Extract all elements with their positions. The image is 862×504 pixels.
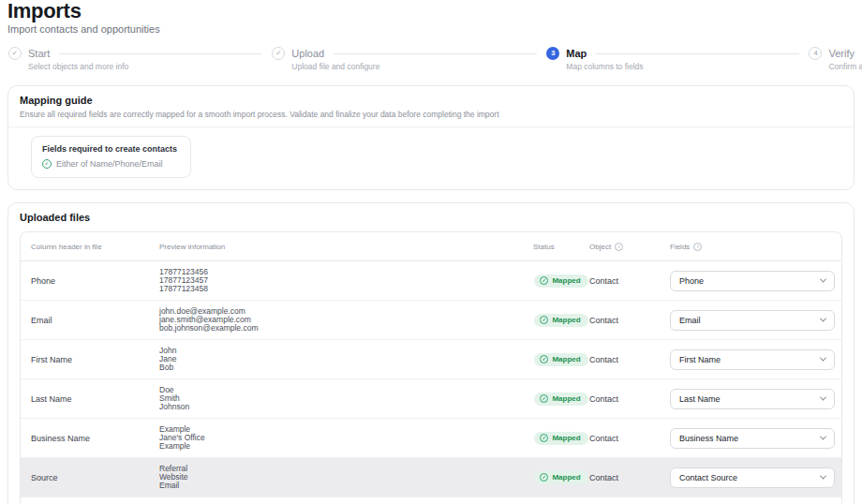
field-select[interactable]: Contact Source [670, 467, 835, 488]
field-select-value: First Name [679, 355, 721, 364]
status-label: Mapped [552, 434, 580, 443]
field-select-value: Email [679, 316, 701, 325]
mapping-guide-card: Mapping guide Ensure all required fields… [7, 85, 855, 190]
check-circle-icon: ✓ [540, 473, 548, 482]
field-select[interactable]: Email [670, 310, 835, 331]
required-fields-title: Fields required to create contacts [42, 144, 177, 154]
table-row[interactable]: Email john.doe@example.comjane.smith@exa… [21, 300, 841, 339]
step-description: Map columns to fields [566, 62, 643, 71]
status-label: Mapped [552, 355, 580, 364]
stepper-step[interactable]: 4 Verify Confirm and finalize selection [809, 47, 855, 60]
uploaded-files-card: Uploaded files Column header in file Pre… [7, 202, 855, 504]
column-name: Phone [31, 276, 159, 286]
step-indicator: 3 [546, 47, 559, 60]
table-row[interactable]: Additional Emails test-additional-email-… [21, 497, 841, 504]
table-header-row: Column header in file Preview informatio… [21, 232, 841, 261]
status-badge: ✓ Mapped [534, 432, 587, 445]
mapping-guide-title: Mapping guide [20, 95, 842, 107]
mapping-guide-description: Ensure all required fields are correctly… [20, 110, 842, 119]
field-select[interactable]: First Name [670, 349, 835, 370]
field-select-value: Contact Source [679, 473, 737, 482]
field-select[interactable]: Phone [670, 271, 835, 291]
stepper-step[interactable]: 3 Map Map columns to fields [546, 47, 587, 60]
import-stepper: ✓ Start Select objects and more info ✓ U… [7, 47, 855, 72]
step-connector [596, 53, 799, 54]
imports-page: Imports Import contacts and opportunitie… [0, 0, 862, 504]
step-connector [59, 53, 262, 54]
status-badge: ✓ Mapped [534, 471, 587, 484]
status-label: Mapped [552, 473, 580, 482]
stepper-step[interactable]: ✓ Start Select objects and more info [8, 47, 50, 60]
preview-values: 178771234561787712345717877123458 [159, 268, 533, 293]
object-name: Contact [589, 316, 670, 325]
table-body: Phone 178771234561787712345717877123458 … [21, 261, 841, 504]
check-circle-icon: ✓ [540, 276, 548, 285]
preview-values: DoeSmithJohnson [159, 386, 533, 411]
table-row[interactable]: Phone 178771234561787712345717877123458 … [21, 261, 841, 300]
status-badge: ✓ Mapped [534, 274, 587, 288]
header-preview: Preview information [159, 243, 533, 251]
step-indicator: ✓ [272, 47, 285, 60]
object-name: Contact [589, 394, 670, 404]
status-label: Mapped [552, 394, 580, 404]
step-connector [334, 53, 537, 54]
status-label: Mapped [552, 316, 580, 325]
step-description: Upload file and configure [291, 62, 379, 71]
preview-values: ReferralWebsiteEmail [159, 465, 533, 490]
stepper-step[interactable]: ✓ Upload Upload file and configure [272, 47, 324, 60]
object-name: Contact [589, 473, 670, 482]
page-title: Imports [7, 2, 855, 21]
object-name: Contact [589, 355, 670, 364]
header-fields: Fieldsi [670, 243, 835, 251]
field-select[interactable]: Last Name [670, 389, 835, 409]
uploaded-files-title: Uploaded files [8, 203, 854, 231]
header-status: Status [533, 243, 589, 251]
field-select-value: Phone [679, 276, 704, 286]
mapping-table: Column header in file Preview informatio… [20, 231, 842, 504]
preview-values: ExampleJane's OfficeExample [159, 425, 533, 451]
page-subtitle: Import contacts and opportunities [7, 24, 855, 35]
field-select-value: Last Name [679, 394, 721, 404]
check-circle-icon: ✓ [42, 159, 52, 169]
step-label: Start [28, 47, 50, 60]
required-fields-requirement: Either of Name/Phone/Email [56, 159, 163, 169]
column-name: Source [31, 473, 159, 482]
column-name: Business Name [31, 434, 159, 443]
status-badge: ✓ Mapped [534, 353, 587, 366]
preview-values: JohnJaneBob [159, 347, 533, 372]
chevron-down-icon [820, 473, 826, 480]
table-row[interactable]: Last Name DoeSmithJohnson ✓ Mapped Conta… [21, 378, 841, 418]
check-circle-icon: ✓ [540, 355, 548, 363]
info-icon[interactable]: i [615, 243, 623, 251]
chevron-down-icon [820, 276, 826, 283]
check-circle-icon: ✓ [540, 434, 548, 442]
step-indicator: 4 [809, 47, 822, 60]
object-name: Contact [589, 276, 670, 286]
step-description: Confirm and finalize selection [828, 62, 862, 71]
chevron-down-icon [820, 394, 826, 401]
preview-values: john.doe@example.comjane.smith@example.c… [159, 307, 533, 333]
table-row[interactable]: Business Name ExampleJane's OfficeExampl… [21, 418, 841, 457]
info-icon[interactable]: i [693, 243, 702, 251]
field-select-value: Business Name [679, 434, 738, 443]
step-label: Upload [291, 47, 324, 60]
status-label: Mapped [552, 276, 580, 286]
check-circle-icon: ✓ [540, 316, 548, 324]
step-label: Map [566, 47, 587, 60]
status-badge: ✓ Mapped [534, 314, 587, 327]
field-select[interactable]: Business Name [670, 428, 835, 449]
column-name: Email [31, 316, 159, 325]
table-row[interactable]: Source ReferralWebsiteEmail ✓ Mapped Con… [21, 457, 841, 497]
status-badge: ✓ Mapped [534, 393, 587, 406]
column-name: Last Name [31, 394, 159, 404]
chevron-down-icon [820, 434, 826, 440]
table-row[interactable]: First Name JohnJaneBob ✓ Mapped Contact … [21, 339, 841, 378]
step-indicator: ✓ [8, 47, 22, 60]
column-name: First Name [31, 355, 159, 364]
required-fields-card: Fields required to create contacts ✓ Eit… [31, 136, 191, 178]
check-circle-icon: ✓ [540, 394, 548, 403]
header-object: Objecti [589, 243, 670, 251]
chevron-down-icon [820, 316, 826, 322]
header-column-name: Column header in file [31, 243, 159, 251]
step-description: Select objects and more info [28, 62, 128, 71]
